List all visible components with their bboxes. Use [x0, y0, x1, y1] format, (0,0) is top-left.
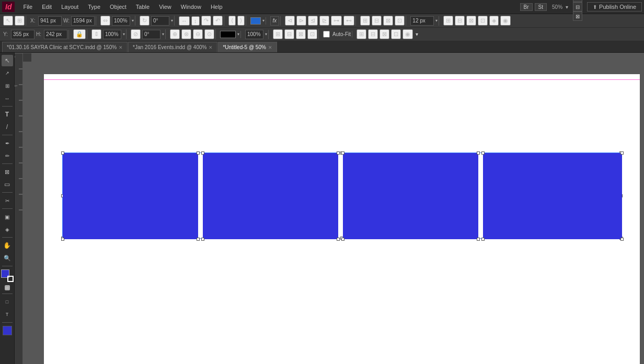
align-top-btn[interactable]: ⊵: [319, 16, 329, 26]
align-right-btn[interactable]: ⊴: [308, 16, 318, 26]
align-more-3[interactable]: ⊠: [296, 29, 306, 39]
rotate-icon[interactable]: ↻: [140, 16, 150, 26]
stroke-pct-input[interactable]: [245, 30, 263, 39]
size-input[interactable]: [410, 16, 434, 26]
row2-btn-3[interactable]: ⊠: [380, 29, 389, 39]
rect1-handle-bl[interactable]: [61, 238, 64, 241]
scale-icon[interactable]: ⇔: [100, 16, 110, 26]
lock-btn[interactable]: 🔒: [73, 29, 86, 39]
scale-x-arrow[interactable]: ▾: [132, 18, 134, 23]
blue-rect-group[interactable]: [62, 152, 622, 239]
more-btn-2[interactable]: ⊟: [372, 16, 382, 26]
row2-dropdown[interactable]: ▾: [415, 31, 419, 37]
stroke-color-swatch[interactable]: [220, 31, 236, 38]
row2-btn-4[interactable]: ⊡: [391, 29, 401, 39]
rect1-handle-tl[interactable]: [61, 151, 64, 155]
pencil-tool[interactable]: ✏: [2, 150, 13, 161]
rect-tool[interactable]: ▭: [2, 179, 13, 190]
blue-rect-3[interactable]: [343, 153, 479, 239]
rect4-handle-bl[interactable]: [481, 238, 485, 241]
flip-h-btn[interactable]: ↔: [179, 16, 190, 26]
bridge-badge[interactable]: Br: [520, 3, 533, 11]
gap-tool[interactable]: ↔: [2, 92, 13, 104]
ref-step-btn[interactable]: ⊙: [204, 29, 214, 39]
extra-btn-4[interactable]: ⊡: [478, 16, 488, 26]
swap-btn[interactable]: ⇄: [5, 285, 10, 290]
blue-rect-4[interactable]: [483, 153, 622, 239]
menu-type[interactable]: Type: [84, 3, 105, 11]
rect-frame-tool[interactable]: ⊠: [2, 166, 13, 178]
menu-layout[interactable]: Layout: [57, 3, 83, 11]
rect1-handle-tr[interactable]: [197, 151, 200, 155]
scale-y-input[interactable]: [103, 30, 121, 39]
align-center-btn[interactable]: ⊳: [296, 16, 306, 26]
rect1-handle-br[interactable]: [197, 238, 200, 241]
auto-fit-checkbox[interactable]: [323, 31, 330, 38]
fill-color-swatch[interactable]: [250, 17, 261, 25]
stock-badge[interactable]: St: [535, 3, 547, 11]
tab-1[interactable]: *Jan 2016 Events.indd @ 400% ✕: [128, 42, 217, 52]
rect3-handle-br[interactable]: [477, 238, 480, 241]
row2-btn-1[interactable]: ⊞: [356, 29, 366, 39]
blue-rect-1[interactable]: [63, 153, 199, 239]
menu-view[interactable]: View: [155, 3, 176, 11]
page-tool[interactable]: ⊞: [2, 80, 13, 91]
fx-btn[interactable]: fx: [270, 16, 280, 26]
gradient-swatch-tool[interactable]: ▣: [2, 211, 13, 222]
step-fwd-btn[interactable]: ⟩: [237, 16, 245, 26]
menu-object[interactable]: Object: [106, 3, 131, 11]
view-btn-2[interactable]: ⊟: [573, 2, 582, 11]
type-tool[interactable]: T: [2, 109, 13, 120]
more-btn-4[interactable]: ⊡: [395, 16, 405, 26]
tab-0-close[interactable]: ✕: [119, 45, 123, 50]
ref-back-btn[interactable]: ⊖: [193, 29, 203, 39]
scissors-tool[interactable]: ✂: [2, 195, 13, 206]
publish-online-button[interactable]: ⬆ Publish Online: [587, 2, 642, 11]
shear-icon[interactable]: ⊘: [131, 29, 141, 39]
line-tool[interactable]: /: [2, 121, 13, 133]
gradient-feather-tool[interactable]: ◈: [2, 224, 13, 235]
hand-tool[interactable]: ✋: [2, 240, 13, 251]
y-input[interactable]: [11, 30, 34, 39]
select-tool[interactable]: ↖: [2, 55, 13, 66]
row2-btn-5[interactable]: ◉: [402, 29, 413, 39]
zoom-tool[interactable]: 🔍: [2, 252, 13, 264]
rect2-handle-br[interactable]: [337, 238, 340, 241]
h-input[interactable]: [44, 30, 67, 39]
align-bottom-btn[interactable]: ⊷: [343, 16, 354, 26]
menu-table[interactable]: Table: [132, 3, 154, 11]
extra-btn-2[interactable]: ⊟: [455, 16, 465, 26]
x-input[interactable]: [38, 16, 62, 26]
row2-btn-2[interactable]: ⊟: [368, 29, 378, 39]
size-arrow[interactable]: ▾: [435, 18, 438, 23]
stroke-pct-arrow[interactable]: ▾: [265, 32, 267, 37]
select-transform-btn[interactable]: ↖: [3, 16, 13, 26]
fill-arrow[interactable]: ▾: [262, 18, 264, 23]
ref-point-btn[interactable]: ⊕: [170, 29, 180, 39]
extra-btn-6[interactable]: ◉: [500, 16, 511, 26]
rotate-ccw-btn[interactable]: ↶: [213, 16, 223, 26]
rect2-handle-tr[interactable]: [337, 151, 340, 155]
rect3-handle-tl[interactable]: [341, 151, 344, 155]
rect3-handle-tr[interactable]: [477, 151, 480, 155]
angle-input[interactable]: [151, 16, 169, 26]
extra-btn-3[interactable]: ⊠: [466, 16, 476, 26]
shear-input[interactable]: [142, 30, 160, 39]
menu-edit[interactable]: Edit: [38, 3, 56, 11]
w-input[interactable]: [71, 16, 95, 26]
tab-0[interactable]: *01.30.16 SAYRA Clinic at SCYC.indd @ 15…: [2, 42, 128, 52]
more-btn-3[interactable]: ⊠: [383, 16, 393, 26]
extra-btn-1[interactable]: ⊞: [443, 16, 453, 26]
normal-mode-btn[interactable]: □: [2, 296, 13, 308]
shear-arrow[interactable]: ▾: [162, 32, 164, 37]
align-more-1[interactable]: ⊞: [273, 29, 283, 39]
blue-rect-2[interactable]: [203, 153, 339, 239]
scale-y-arrow[interactable]: ▾: [123, 32, 125, 37]
rect3-handle-bl[interactable]: [341, 238, 344, 241]
canvas[interactable]: [23, 53, 644, 364]
align-more-4[interactable]: ⊡: [307, 29, 317, 39]
direct-select-tool[interactable]: ↗: [2, 67, 13, 79]
stroke-arrow[interactable]: ▾: [237, 32, 239, 37]
rotate-90-btn[interactable]: ↷: [201, 16, 211, 26]
flip-v-btn[interactable]: ↕: [191, 16, 200, 26]
